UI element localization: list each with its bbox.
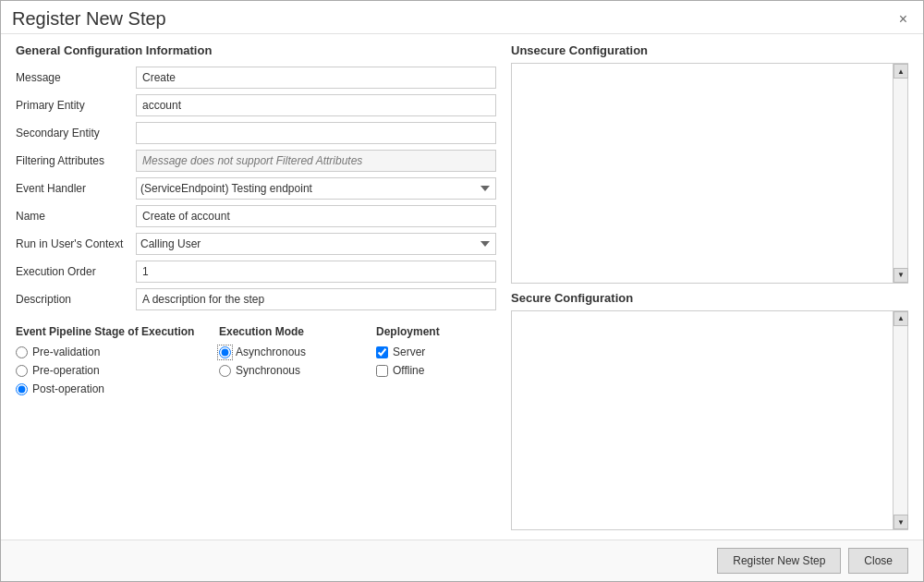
- server-checkbox[interactable]: [376, 346, 388, 358]
- unsecure-config-textarea[interactable]: [512, 64, 893, 283]
- primary-entity-row: Primary Entity: [16, 94, 496, 116]
- asynchronous-row: Asynchronous: [219, 346, 358, 358]
- general-config-title: General Configuration Information: [16, 43, 496, 57]
- unsecure-config-section: Unsecure Configuration ▲ ▼: [511, 43, 908, 284]
- synchronous-row: Synchronous: [219, 364, 358, 377]
- description-label: Description: [16, 293, 136, 306]
- run-in-users-context-select[interactable]: Calling User: [136, 233, 496, 255]
- pre-operation-radio[interactable]: [16, 365, 28, 377]
- exec-mode-title: Execution Mode: [219, 325, 358, 338]
- secondary-entity-input[interactable]: [136, 122, 496, 144]
- secure-config-box: ▲ ▼: [511, 310, 908, 531]
- asynchronous-label[interactable]: Asynchronous: [236, 346, 306, 358]
- primary-entity-input[interactable]: [136, 94, 496, 116]
- unsecure-config-title: Unsecure Configuration: [511, 43, 908, 57]
- post-operation-radio[interactable]: [16, 383, 28, 395]
- execution-order-input[interactable]: [136, 261, 496, 283]
- pre-validation-radio[interactable]: [16, 346, 28, 358]
- execution-order-row: Execution Order: [16, 261, 496, 283]
- secondary-entity-row: Secondary Entity: [16, 122, 496, 144]
- dialog-title: Register New Step: [12, 8, 166, 30]
- post-operation-label[interactable]: Post-operation: [32, 382, 104, 395]
- secure-scroll-down[interactable]: ▼: [894, 515, 908, 529]
- offline-row: Offline: [376, 364, 487, 377]
- synchronous-label[interactable]: Synchronous: [236, 364, 300, 377]
- synchronous-radio[interactable]: [219, 365, 231, 377]
- offline-label[interactable]: Offline: [393, 364, 424, 377]
- message-input[interactable]: [136, 67, 496, 89]
- message-label: Message: [16, 71, 136, 84]
- event-handler-label: Event Handler: [16, 182, 136, 195]
- register-new-step-button[interactable]: Register New Step: [717, 548, 841, 574]
- left-panel: General Configuration Information Messag…: [16, 43, 496, 530]
- close-button[interactable]: Close: [848, 548, 908, 574]
- pipeline-title: Event Pipeline Stage of Execution: [16, 325, 201, 338]
- run-in-users-context-row: Run in User's Context Calling User: [16, 233, 496, 255]
- server-label[interactable]: Server: [393, 346, 425, 358]
- filtering-attributes-row: Filtering Attributes: [16, 150, 496, 172]
- titlebar-close-button[interactable]: ×: [894, 10, 912, 29]
- right-panel: Unsecure Configuration ▲ ▼ Secure Config…: [511, 43, 908, 530]
- unsecure-scroll-down[interactable]: ▼: [894, 268, 908, 283]
- deployment-title: Deployment: [376, 325, 487, 338]
- dialog-footer: Register New Step Close: [1, 540, 923, 581]
- exec-mode-group: Execution Mode Asynchronous Synchronous: [219, 325, 358, 401]
- pipeline-group: Event Pipeline Stage of Execution Pre-va…: [16, 325, 201, 401]
- unsecure-scrollbar: ▲ ▼: [893, 64, 907, 283]
- bottom-section: Event Pipeline Stage of Execution Pre-va…: [16, 325, 496, 401]
- pre-operation-row: Pre-operation: [16, 364, 201, 377]
- asynchronous-radio[interactable]: [219, 346, 231, 358]
- unsecure-config-box: ▲ ▼: [511, 63, 908, 284]
- filtering-attributes-input[interactable]: [136, 150, 496, 172]
- secure-scrollbar: ▲ ▼: [893, 311, 907, 530]
- dialog-body: General Configuration Information Messag…: [1, 34, 923, 540]
- secure-config-section: Secure Configuration ▲ ▼: [511, 291, 908, 531]
- event-handler-row: Event Handler (ServiceEndpoint) Testing …: [16, 177, 496, 200]
- secondary-entity-label: Secondary Entity: [16, 127, 136, 139]
- secure-config-title: Secure Configuration: [511, 291, 908, 305]
- pre-validation-row: Pre-validation: [16, 346, 201, 358]
- server-row: Server: [376, 346, 487, 358]
- secure-config-textarea[interactable]: [512, 311, 893, 530]
- pre-validation-label[interactable]: Pre-validation: [32, 346, 100, 358]
- pre-operation-label[interactable]: Pre-operation: [32, 364, 100, 377]
- description-row: Description: [16, 288, 496, 310]
- secure-scroll-up[interactable]: ▲: [894, 311, 908, 326]
- event-handler-select[interactable]: (ServiceEndpoint) Testing endpoint: [136, 177, 496, 200]
- name-input[interactable]: [136, 205, 496, 227]
- name-label: Name: [16, 210, 136, 223]
- description-input[interactable]: [136, 288, 496, 310]
- register-new-step-dialog: Register New Step × General Configuratio…: [0, 0, 924, 582]
- run-in-users-context-label: Run in User's Context: [16, 237, 136, 250]
- offline-checkbox[interactable]: [376, 365, 388, 377]
- message-row: Message: [16, 67, 496, 89]
- filtering-attributes-label: Filtering Attributes: [16, 154, 136, 167]
- deployment-group: Deployment Server Offline: [376, 325, 487, 401]
- post-operation-row: Post-operation: [16, 382, 201, 395]
- primary-entity-label: Primary Entity: [16, 99, 136, 112]
- name-row: Name: [16, 205, 496, 227]
- execution-order-label: Execution Order: [16, 265, 136, 278]
- title-bar: Register New Step ×: [1, 1, 923, 34]
- unsecure-scroll-up[interactable]: ▲: [894, 64, 908, 79]
